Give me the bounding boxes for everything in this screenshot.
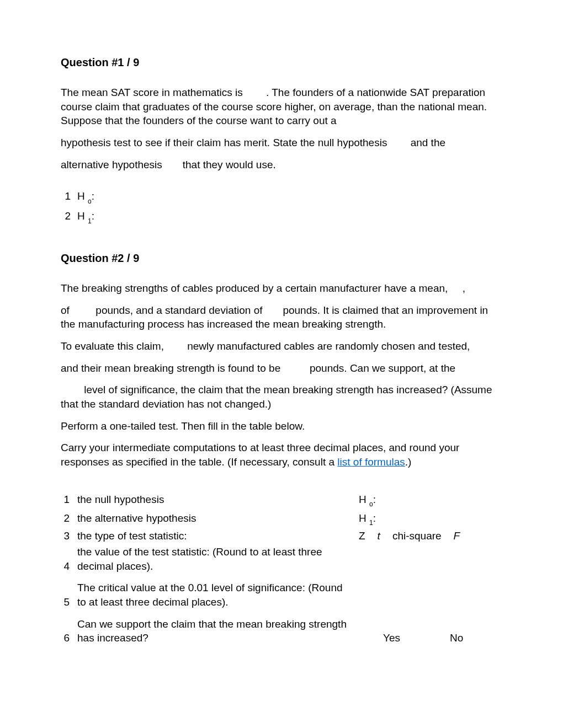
row-num: 4: [61, 559, 77, 574]
row-desc: The critical value at the 0.01 level of …: [77, 581, 359, 609]
q1-h1-label: H 1:: [77, 209, 502, 224]
q1-para-1: The mean SAT score in mathematics is . T…: [61, 85, 502, 128]
row-num: 3: [61, 529, 77, 543]
q1-item-2: 2 H 1:: [61, 209, 502, 224]
table-row: 6 Can we support the claim that the mean…: [61, 617, 502, 645]
q2-para-3: To evaluate this claim, newly manufactur…: [61, 339, 502, 354]
option-f: F: [454, 529, 460, 543]
row-num: 6: [61, 631, 77, 645]
table-row: 1 the null hypothesis H o:: [61, 493, 502, 508]
question-1-heading: Question #1 / 9: [61, 55, 502, 70]
q2-para-7: Carry your intermediate computations to …: [61, 441, 502, 469]
row-num: 1: [61, 493, 77, 507]
row-answer: H o:: [359, 493, 502, 508]
row-num: 5: [61, 595, 77, 609]
option-t: t: [378, 529, 380, 543]
q2-para-2: of pounds, and a standard deviation of p…: [61, 303, 502, 331]
test-statistic-options: Z t chi-square F: [359, 529, 502, 543]
q1-para-2: hypothesis test to see if their claim ha…: [61, 136, 502, 150]
q2-answer-table: 1 the null hypothesis H o: 2 the alterna…: [61, 493, 502, 645]
row-desc: Can we support the claim that the mean b…: [77, 617, 359, 645]
list-number: 2: [61, 209, 77, 224]
yes-no-options: Yes No: [359, 631, 502, 645]
row-desc: the type of test statistic:: [77, 529, 359, 543]
q1-h0-label: H o:: [77, 189, 502, 205]
row-desc: the alternative hypothesis: [77, 511, 359, 526]
table-row: 4 the value of the test statistic: (Roun…: [61, 545, 502, 573]
null-hypothesis-symbol: H o:: [359, 493, 376, 508]
table-row: 5 The critical value at the 0.01 level o…: [61, 581, 502, 609]
list-of-formulas-link[interactable]: list of formulas: [337, 456, 405, 468]
row-desc: the value of the test statistic: (Round …: [77, 545, 359, 573]
table-row: 2 the alternative hypothesis H 1:: [61, 511, 502, 527]
q2-para-5: level of significance, the claim that th…: [61, 383, 502, 411]
q1-para-3: alternative hypothesis that they would u…: [61, 158, 502, 172]
table-row: 3 the type of test statistic: Z t chi-sq…: [61, 529, 502, 543]
q2-para-6: Perform a one-tailed test. Then fill in …: [61, 419, 502, 433]
option-z: Z: [359, 529, 365, 543]
row-answer: H 1:: [359, 511, 502, 527]
question-2-heading: Question #2 / 9: [61, 251, 502, 266]
list-number: 1: [61, 189, 77, 205]
q2-para-1: The breaking strengths of cables produce…: [61, 281, 502, 296]
option-no: No: [450, 631, 463, 645]
option-yes: Yes: [383, 631, 400, 645]
alt-hypothesis-symbol: H 1:: [359, 511, 376, 527]
row-num: 2: [61, 511, 77, 526]
row-desc: the null hypothesis: [77, 493, 359, 507]
q2-para-4: and their mean breaking strength is foun…: [61, 361, 502, 376]
option-chi: chi-square: [392, 529, 442, 543]
q1-item-1: 1 H o:: [61, 189, 502, 205]
